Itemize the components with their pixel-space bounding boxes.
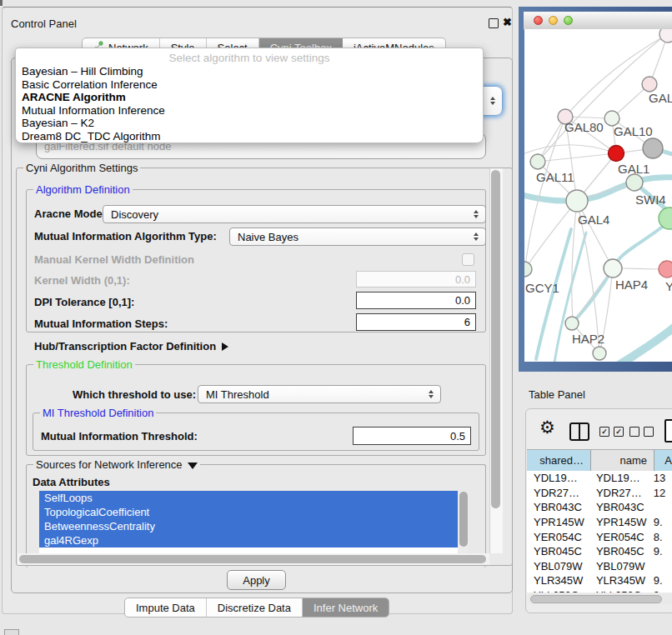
- table-cell: YBL079W: [527, 560, 589, 572]
- zoom-traffic-light[interactable]: [564, 16, 573, 25]
- close-traffic-light[interactable]: [534, 16, 543, 25]
- deselect-all-icon[interactable]: [629, 427, 654, 437]
- table-row[interactable]: YDL19…YDL19…13: [527, 471, 672, 486]
- threshold-definition-title: Threshold Definition: [33, 358, 135, 371]
- table-cell: 9.: [651, 516, 672, 528]
- screen: Control Panel ✖ NetworkStyleSelectCyni T…: [0, 0, 672, 635]
- mi-threshold-field[interactable]: 0.5: [353, 427, 471, 445]
- mi-steps-field[interactable]: 6: [356, 313, 476, 331]
- attribute-item[interactable]: TopologicalCoefficient: [39, 505, 458, 519]
- table-cell: YBL079W: [589, 560, 651, 572]
- algorithm-dropdown-popup: Select algorithm to view settings Bayesi…: [15, 48, 484, 143]
- hub-definition-label: Hub/Transcription Factor Definition: [34, 340, 216, 352]
- network-node-gcy1[interactable]: [524, 262, 532, 277]
- network-edge: [525, 117, 565, 266]
- network-node-gal4[interactable]: [566, 190, 588, 212]
- gear-icon[interactable]: ⚙: [539, 418, 555, 438]
- table-row[interactable]: YBR045CYBR045C9.: [527, 544, 672, 559]
- dropdown-items: Bayesian – Hill ClimbingBasic Correlatio…: [16, 65, 483, 143]
- table-cell: 9.: [651, 545, 672, 558]
- minimize-traffic-light[interactable]: [549, 16, 558, 25]
- attribute-item[interactable]: BetweennessCentrality: [39, 519, 458, 533]
- table-header: shared…nameA: [527, 449, 672, 472]
- table-row[interactable]: YBL079WYBL079W: [527, 559, 672, 574]
- table-cell: YLL052C: [589, 589, 651, 592]
- network-node-swi4[interactable]: [626, 174, 643, 191]
- scrollbar-thumb[interactable]: [459, 492, 468, 547]
- float-window-icon[interactable]: [489, 18, 499, 28]
- dpi-tolerance-field[interactable]: 0.0: [356, 292, 476, 309]
- network-node-gal11[interactable]: [530, 154, 545, 169]
- aracne-mode-select[interactable]: Discovery: [103, 205, 486, 223]
- algorithm-definition-title: Algorithm Definition: [33, 183, 133, 196]
- unchecked-box-icon: [644, 427, 654, 437]
- table-row[interactable]: YLL052CYLL052C9.: [527, 588, 672, 592]
- column-header-shared…[interactable]: shared…: [527, 450, 591, 471]
- mi-algorithm-type-select[interactable]: Naive Bayes: [229, 228, 486, 246]
- select-all-icon[interactable]: ✓ ✓: [599, 427, 624, 437]
- tab-impute-data[interactable]: Impute Data: [125, 598, 207, 617]
- network-node-bottom-partial[interactable]: [593, 347, 606, 360]
- combo-stepper-icon: [486, 97, 499, 105]
- table-cell: YDL19…: [527, 472, 589, 484]
- attribute-item[interactable]: SelfLoops: [39, 491, 458, 505]
- algorithm-option[interactable]: Bayesian – K2: [16, 117, 483, 130]
- algorithm-option[interactable]: Dream8 DC_TDC Algorithm: [16, 130, 483, 143]
- column-header-A[interactable]: A: [654, 450, 672, 471]
- table-row[interactable]: YER054CYER054C8.: [527, 529, 672, 544]
- apply-button[interactable]: Apply: [227, 570, 286, 590]
- attribute-list-scrollbar[interactable]: [459, 491, 469, 554]
- table-row[interactable]: YBR043CYBR043C: [527, 500, 672, 515]
- network-graph: GAL80GAL10GALGAL1GAL11SWI4GAL4GCY1HAP4YH…: [524, 29, 672, 362]
- attribute-item[interactable]: gal4RGexp: [39, 533, 458, 548]
- network-view-window: GAL80GAL10GALGAL1GAL11SWI4GAL4GCY1HAP4YH…: [519, 7, 672, 372]
- network-node-green-big[interactable]: [659, 208, 672, 229]
- table-horizontal-scrollbar[interactable]: [528, 593, 672, 604]
- network-node-salmon[interactable]: [659, 261, 672, 278]
- combo-stepper-icon: [469, 232, 482, 241]
- network-node-pink-right[interactable]: [642, 77, 657, 92]
- network-node-gal1-red[interactable]: [609, 146, 624, 162]
- tab-discretize-data[interactable]: Discretize Data: [207, 598, 303, 617]
- table-cell: YLL052C: [527, 589, 589, 592]
- minimized-panel-chip[interactable]: [4, 629, 19, 635]
- node-label: GAL4: [578, 212, 609, 227]
- network-canvas[interactable]: GAL80GAL10GALGAL1GAL11SWI4GAL4GCY1HAP4YH…: [524, 29, 672, 362]
- settings-vertical-scrollbar-thumb[interactable]: [491, 170, 500, 508]
- network-edge: [622, 268, 659, 269]
- network-window-titlebar[interactable]: [524, 12, 672, 30]
- node-label: Y: [665, 279, 672, 293]
- tab-label: Discretize Data: [218, 602, 291, 614]
- table-panel-title: Table Panel: [529, 388, 585, 401]
- column-view-icon[interactable]: [569, 422, 589, 441]
- sources-title-text: Sources for Network Inference: [36, 458, 183, 471]
- hub-definition-toggle[interactable]: Hub/Transcription Factor Definition: [34, 340, 228, 352]
- checked-box-icon: ✓: [599, 427, 609, 437]
- algorithm-option[interactable]: Mutual Information Inference: [16, 104, 483, 118]
- table-cell: YBR043C: [527, 501, 589, 513]
- node-label: HAP4: [615, 278, 648, 292]
- algorithm-option[interactable]: Bayesian – Hill Climbing: [16, 65, 483, 78]
- network-node-top-partial[interactable]: [659, 29, 672, 42]
- table-row[interactable]: YLR345WYLR345W9.: [527, 573, 672, 588]
- algorithm-option[interactable]: ARACNE Algorithm: [16, 91, 483, 104]
- network-node-hap2[interactable]: [565, 317, 579, 330]
- tab-infer-network[interactable]: Infer Network: [303, 598, 389, 617]
- corner-artifact: [0, 0, 3, 6]
- column-header-name[interactable]: name: [591, 450, 654, 471]
- which-threshold-select[interactable]: MI Threshold: [198, 385, 441, 403]
- settings-horizontal-scrollbar-thumb[interactable]: [19, 555, 486, 563]
- close-icon[interactable]: ✖: [503, 16, 512, 28]
- network-node-gray-node[interactable]: [643, 138, 663, 158]
- algorithm-option[interactable]: Basic Correlation Inference: [16, 78, 483, 92]
- manual-kernel-width-checkbox[interactable]: [462, 253, 474, 266]
- network-node-hap4[interactable]: [604, 259, 622, 278]
- table-scrollbar-thumb[interactable]: [530, 595, 662, 603]
- new-table-icon[interactable]: [664, 419, 672, 442]
- bottom-tabbar: Impute DataDiscretize DataInfer Network: [124, 598, 389, 618]
- sources-group-title[interactable]: Sources for Network Inference: [33, 458, 200, 471]
- table-row[interactable]: YDR27…YDR27…12: [527, 486, 672, 501]
- node-label: HAP2: [572, 332, 604, 346]
- kernel-width-field[interactable]: 0.0: [356, 271, 476, 288]
- table-row[interactable]: YPR145WYPR145W9.: [527, 515, 672, 530]
